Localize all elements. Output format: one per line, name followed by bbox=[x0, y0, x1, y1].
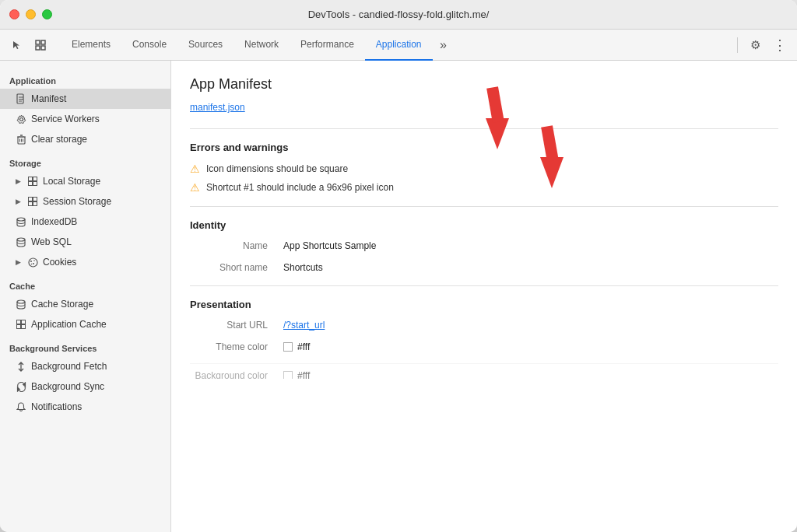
svg-rect-18 bbox=[33, 182, 37, 186]
start-url-value: /?start_url bbox=[283, 320, 325, 331]
title-bar: DevTools - candied-flossy-fold.glitch.me… bbox=[0, 0, 797, 30]
expand-arrow-local-storage: ▶ bbox=[16, 177, 21, 185]
db-icon-indexeddb bbox=[16, 216, 26, 227]
arrows-ud-icon bbox=[16, 361, 26, 372]
svg-rect-16 bbox=[33, 177, 37, 181]
toolbar-icons bbox=[6, 34, 51, 56]
tab-sources[interactable]: Sources bbox=[177, 30, 233, 61]
sidebar-item-service-workers[interactable]: Service Workers bbox=[0, 109, 170, 129]
errors-section: Errors and warnings ⚠ Icon dimensions sh… bbox=[190, 142, 778, 194]
sidebar: Application Manifest Service Workers Cle… bbox=[0, 61, 171, 532]
svg-rect-31 bbox=[17, 320, 21, 324]
cookies-label: Cookies bbox=[43, 257, 76, 268]
sidebar-section-storage: Storage bbox=[0, 149, 170, 171]
sidebar-item-application-cache[interactable]: Application Cache bbox=[0, 314, 170, 334]
cookie-icon bbox=[27, 257, 38, 268]
svg-rect-32 bbox=[22, 320, 26, 324]
tab-console[interactable]: Console bbox=[121, 30, 177, 61]
inspector-icon-button[interactable] bbox=[30, 34, 51, 56]
identity-row-name: Name App Shortcuts Sample bbox=[190, 240, 778, 251]
sidebar-item-cache-storage[interactable]: Cache Storage bbox=[0, 294, 170, 314]
svg-rect-19 bbox=[29, 198, 33, 201]
grid-icon-session-storage bbox=[27, 196, 38, 207]
tab-network[interactable]: Network bbox=[233, 30, 290, 61]
svg-rect-17 bbox=[29, 182, 33, 186]
background-sync-label: Background Sync bbox=[31, 381, 104, 392]
minimize-button[interactable] bbox=[26, 9, 36, 19]
svg-rect-20 bbox=[33, 198, 37, 201]
manifest-link[interactable]: manifest.json bbox=[190, 102, 778, 113]
tab-performance[interactable]: Performance bbox=[290, 30, 365, 61]
window-title: DevTools - candied-flossy-fold.glitch.me… bbox=[308, 9, 490, 20]
local-storage-label: Local Storage bbox=[43, 176, 100, 187]
svg-point-30 bbox=[17, 300, 25, 303]
toolbar-divider bbox=[737, 37, 738, 53]
bg-color-value: #fff bbox=[283, 370, 310, 380]
page-title: App Manifest bbox=[190, 76, 778, 93]
toolbar-right: ⚙ ⋮ bbox=[734, 34, 791, 56]
error-item-1: ⚠ Icon dimensions should be square bbox=[190, 163, 778, 175]
svg-point-26 bbox=[30, 261, 32, 262]
cursor-icon-button[interactable] bbox=[6, 34, 28, 56]
devtools-window: DevTools - candied-flossy-fold.glitch.me… bbox=[0, 0, 797, 532]
indexeddb-label: IndexedDB bbox=[31, 216, 77, 227]
svg-rect-21 bbox=[29, 202, 33, 206]
service-workers-label: Service Workers bbox=[31, 114, 100, 124]
close-button[interactable] bbox=[9, 9, 19, 19]
presentation-heading: Presentation bbox=[190, 299, 778, 310]
identity-row-shortname: Short name Shortcuts bbox=[190, 262, 778, 273]
more-tabs-button[interactable]: » bbox=[433, 34, 455, 56]
bell-icon bbox=[16, 401, 26, 412]
sidebar-section-cache: Cache bbox=[0, 272, 170, 294]
svg-point-8 bbox=[19, 117, 23, 121]
sidebar-item-notifications[interactable]: Notifications bbox=[0, 397, 170, 417]
application-cache-label: Application Cache bbox=[31, 319, 107, 330]
sidebar-item-cookies[interactable]: ▶ Cookies bbox=[0, 252, 170, 272]
start-url-label: Start URL bbox=[190, 320, 268, 331]
error-item-2: ⚠ Shortcut #1 should include a 96x96 pix… bbox=[190, 181, 778, 194]
identity-name-label: Name bbox=[190, 240, 268, 251]
errors-heading: Errors and warnings bbox=[190, 142, 778, 153]
theme-color-text: #fff bbox=[297, 341, 310, 352]
notifications-label: Notifications bbox=[31, 401, 82, 412]
cursor-icon bbox=[12, 40, 23, 51]
maximize-button[interactable] bbox=[42, 9, 52, 19]
sidebar-item-web-sql[interactable]: Web SQL bbox=[0, 232, 170, 252]
svg-rect-33 bbox=[17, 325, 21, 329]
grid-icon-app-cache bbox=[16, 319, 26, 330]
presentation-row-start-url: Start URL /?start_url bbox=[190, 320, 778, 331]
manifest-label: Manifest bbox=[31, 93, 66, 104]
start-url-link[interactable]: /?start_url bbox=[283, 320, 325, 331]
warning-icon-1: ⚠ bbox=[190, 163, 200, 175]
settings-button[interactable]: ⚙ bbox=[744, 34, 766, 56]
svg-rect-22 bbox=[33, 202, 37, 206]
menu-button[interactable]: ⋮ bbox=[769, 34, 791, 56]
inspector-icon bbox=[35, 40, 46, 51]
theme-color-swatch bbox=[283, 342, 293, 352]
svg-rect-1 bbox=[41, 40, 45, 44]
sidebar-section-application: Application bbox=[0, 67, 170, 89]
svg-point-27 bbox=[33, 260, 35, 261]
sidebar-item-manifest[interactable]: Manifest bbox=[0, 89, 170, 109]
bg-color-label: Background color bbox=[190, 370, 268, 380]
presentation-row-bg-color: Background color #fff bbox=[190, 363, 778, 379]
sidebar-item-background-fetch[interactable]: Background Fetch bbox=[0, 356, 170, 376]
session-storage-label: Session Storage bbox=[43, 196, 111, 207]
sidebar-item-clear-storage[interactable]: Clear storage bbox=[0, 129, 170, 149]
presentation-row-theme-color: Theme color #fff bbox=[190, 341, 778, 352]
grid-icon-local-storage bbox=[27, 176, 38, 187]
sidebar-item-background-sync[interactable]: Background Sync bbox=[0, 376, 170, 397]
tab-elements[interactable]: Elements bbox=[61, 30, 121, 61]
svg-point-25 bbox=[29, 258, 37, 267]
gear-icon bbox=[16, 114, 26, 124]
toolbar: Elements Console Sources Network Perform… bbox=[0, 30, 797, 61]
sidebar-item-indexeddb[interactable]: IndexedDB bbox=[0, 212, 170, 232]
trash-icon bbox=[16, 134, 26, 145]
sidebar-item-local-storage[interactable]: ▶ Local Storage bbox=[0, 171, 170, 191]
tab-application[interactable]: Application bbox=[365, 30, 433, 61]
clear-storage-label: Clear storage bbox=[31, 134, 87, 145]
theme-color-label: Theme color bbox=[190, 341, 268, 352]
svg-point-28 bbox=[33, 263, 34, 264]
identity-shortname-value: Shortcuts bbox=[283, 262, 323, 273]
sidebar-item-session-storage[interactable]: ▶ Session Storage bbox=[0, 191, 170, 212]
